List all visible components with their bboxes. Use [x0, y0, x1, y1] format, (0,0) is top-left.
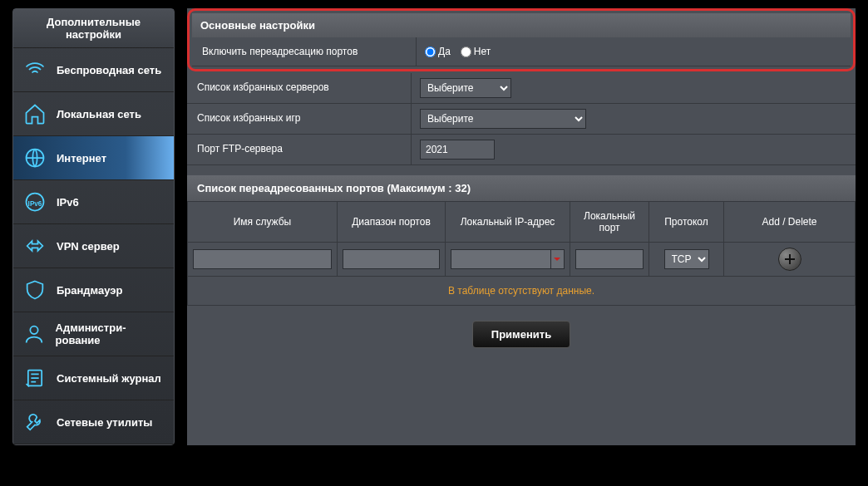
wifi-icon — [22, 56, 48, 83]
sidebar-item-label: Интернет — [57, 152, 106, 164]
sidebar-item-wan[interactable]: Интернет — [13, 136, 174, 180]
radio-yes-text: Да — [438, 46, 451, 57]
shield-icon — [22, 277, 48, 303]
highlight-box: Основные настройки Включить переадресаци… — [187, 8, 856, 71]
vpn-icon — [22, 233, 48, 259]
port-range-input[interactable] — [343, 249, 440, 269]
col-service: Имя службы — [188, 202, 338, 243]
enable-forwarding-label: Включить переадресацию портов — [192, 37, 417, 66]
sidebar-item-label: IPv6 — [57, 196, 79, 209]
row-fav-games: Список избранных игр Выберите — [187, 104, 856, 135]
svg-text:IPv6: IPv6 — [28, 200, 42, 208]
col-local-port: Локальный порт — [570, 202, 649, 243]
main-content: Основные настройки Включить переадресаци… — [187, 8, 856, 445]
col-local-ip: Локальный IP-адрес — [446, 202, 570, 243]
sidebar-item-label: Системный журнал — [57, 372, 161, 385]
radio-no[interactable] — [461, 47, 471, 57]
local-ip-input[interactable] — [451, 249, 550, 269]
row-ftp-port: Порт FTP-сервера — [187, 135, 856, 165]
globe-icon — [22, 145, 48, 171]
ftp-port-label: Порт FTP-сервера — [187, 135, 412, 164]
service-name-input[interactable] — [193, 249, 332, 269]
sidebar-item-label: Брандмауэр — [57, 284, 122, 297]
sidebar-item-admin[interactable]: Администри-рование — [13, 312, 174, 356]
sidebar-header: Дополнительные настройки — [13, 9, 174, 48]
sidebar-item-vpn[interactable]: VPN сервер — [13, 224, 174, 268]
local-port-input[interactable] — [575, 249, 644, 269]
add-button[interactable] — [778, 248, 801, 271]
radio-yes[interactable] — [425, 47, 436, 57]
radio-no-text: Нет — [474, 46, 491, 57]
user-icon — [22, 321, 47, 347]
tools-icon — [22, 409, 48, 435]
row-fav-servers: Список избранных серверов Выберите — [187, 73, 856, 104]
sidebar-item-wireless[interactable]: Беспроводная сеть — [13, 48, 174, 92]
empty-message: В таблице отсутствуют данные. — [188, 277, 856, 306]
radio-no-label[interactable]: Нет — [461, 46, 491, 57]
col-range: Диапазон портов — [338, 202, 446, 243]
sidebar-item-lan[interactable]: Локальная сеть — [13, 92, 174, 136]
sidebar-item-firewall[interactable]: Брандмауэр — [13, 268, 174, 312]
sidebar-item-label: Беспроводная сеть — [57, 64, 161, 76]
empty-row: В таблице отсутствуют данные. — [188, 277, 856, 306]
protocol-select[interactable]: TCP — [664, 249, 709, 269]
fav-games-label: Список избранных игр — [187, 104, 412, 134]
plus-icon — [783, 253, 796, 266]
row-enable-forwarding: Включить переадресацию портов Да Нет — [192, 37, 851, 66]
svg-point-3 — [31, 326, 38, 334]
port-input-row: TCP — [188, 243, 856, 277]
chevron-down-icon — [553, 255, 561, 263]
sidebar-item-label: Локальная сеть — [57, 108, 141, 120]
radio-yes-label[interactable]: Да — [425, 46, 451, 57]
sidebar-item-syslog[interactable]: Системный журнал — [13, 356, 174, 400]
home-icon — [22, 101, 48, 127]
ftp-port-input[interactable] — [420, 140, 495, 160]
apply-button[interactable]: Применить — [472, 321, 570, 348]
local-ip-dropdown[interactable] — [550, 249, 565, 269]
basic-settings-header: Основные настройки — [192, 13, 851, 37]
port-table: Имя службы Диапазон портов Локальный IP-… — [187, 201, 856, 306]
sidebar-item-nettools[interactable]: Сетевые утилиты — [13, 400, 174, 444]
portlist-header: Список переадресованных портов (Максимум… — [187, 175, 856, 201]
enable-forwarding-radio-group: Да Нет — [425, 46, 491, 57]
sidebar-item-label: Сетевые утилиты — [57, 416, 152, 429]
apply-row: Применить — [187, 306, 856, 363]
sidebar-item-label: Администри-рование — [56, 322, 165, 346]
fav-servers-label: Список избранных серверов — [187, 73, 412, 103]
fav-games-select[interactable]: Выберите — [420, 109, 586, 129]
sidebar-item-ipv6[interactable]: IPv6 IPv6 — [13, 180, 174, 224]
log-icon — [22, 365, 48, 391]
col-protocol: Протокол — [649, 202, 724, 243]
ipv6-icon: IPv6 — [22, 189, 48, 215]
col-action: Add / Delete — [724, 202, 856, 243]
fav-servers-select[interactable]: Выберите — [420, 78, 511, 98]
sidebar-item-label: VPN сервер — [57, 240, 120, 253]
sidebar: Дополнительные настройки Беспроводная се… — [12, 8, 175, 445]
